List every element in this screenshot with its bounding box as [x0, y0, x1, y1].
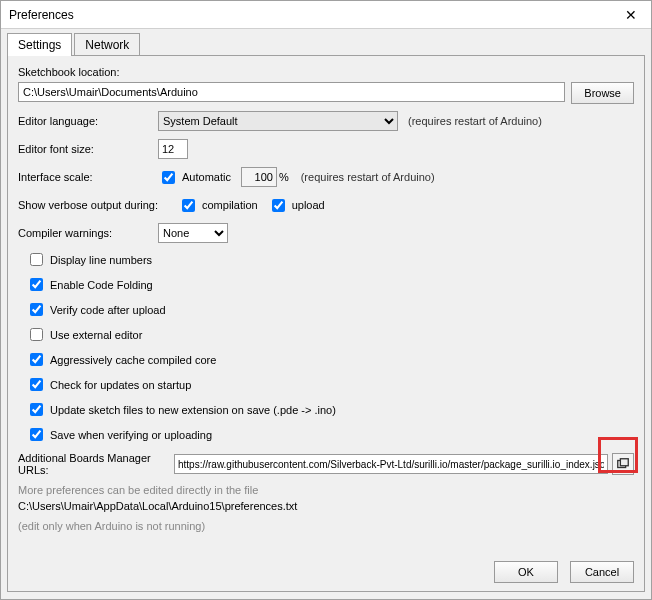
option-use-external-editor[interactable]: Use external editor [26, 325, 624, 344]
interface-scale-hint: (requires restart of Arduino) [301, 171, 435, 183]
compiler-warnings-label: Compiler warnings: [18, 227, 158, 239]
window-icon [616, 457, 630, 471]
compilation-checkbox[interactable] [182, 199, 195, 212]
sketchbook-label: Sketchbook location: [18, 66, 120, 78]
boards-url-label: Additional Boards Manager URLs: [18, 452, 174, 476]
verbose-compilation-checkbox[interactable]: compilation [178, 196, 258, 215]
prefs-note-1: More preferences can be edited directly … [18, 484, 634, 496]
option-display-line-numbers[interactable]: Display line numbers [26, 250, 624, 269]
editor-language-label: Editor language: [18, 115, 158, 127]
auto-checkbox[interactable] [162, 171, 175, 184]
dialog-footer: OK Cancel [488, 561, 634, 583]
option-save-when-verifying[interactable]: Save when verifying or uploading [26, 425, 624, 444]
browse-button[interactable]: Browse [571, 82, 634, 104]
prefs-note-2: (edit only when Arduino is not running) [18, 520, 634, 532]
percent-sign: % [279, 171, 289, 183]
preferences-window: Preferences ✕ Settings Network Sketchboo… [0, 0, 652, 600]
interface-scale-label: Interface scale: [18, 171, 158, 183]
editor-language-select[interactable]: System Default [158, 111, 398, 131]
font-size-input[interactable] [158, 139, 188, 159]
verbose-upload-checkbox[interactable]: upload [268, 196, 325, 215]
editor-language-hint: (requires restart of Arduino) [408, 115, 542, 127]
compiler-warnings-select[interactable]: None [158, 223, 228, 243]
titlebar: Preferences ✕ [1, 1, 651, 29]
option-cache-compiled-core[interactable]: Aggressively cache compiled core [26, 350, 624, 369]
cancel-button[interactable]: Cancel [570, 561, 634, 583]
option-verify-after-upload[interactable]: Verify code after upload [26, 300, 624, 319]
options-list: Display line numbers Enable Code Folding… [18, 250, 634, 444]
boards-url-input[interactable] [174, 454, 608, 474]
auto-checkbox-label: Automatic [182, 171, 231, 183]
boards-url-expand-button[interactable] [612, 453, 634, 475]
verbose-label: Show verbose output during: [18, 199, 178, 211]
settings-panel: Sketchbook location: Browse Editor langu… [7, 55, 645, 592]
window-title: Preferences [9, 8, 619, 22]
tab-network[interactable]: Network [74, 33, 140, 56]
font-size-label: Editor font size: [18, 143, 158, 155]
interface-scale-auto-checkbox[interactable]: Automatic [158, 168, 231, 187]
interface-scale-input[interactable] [241, 167, 277, 187]
option-update-extension[interactable]: Update sketch files to new extension on … [26, 400, 624, 419]
sketchbook-location-input[interactable] [18, 82, 565, 102]
svg-rect-1 [620, 459, 628, 466]
tab-settings[interactable]: Settings [7, 33, 72, 56]
ok-button[interactable]: OK [494, 561, 558, 583]
option-enable-code-folding[interactable]: Enable Code Folding [26, 275, 624, 294]
upload-checkbox[interactable] [272, 199, 285, 212]
close-icon[interactable]: ✕ [619, 3, 643, 27]
option-check-updates[interactable]: Check for updates on startup [26, 375, 624, 394]
tab-strip: Settings Network [1, 29, 651, 56]
prefs-file-path[interactable]: C:\Users\Umair\AppData\Local\Arduino15\p… [18, 500, 634, 512]
